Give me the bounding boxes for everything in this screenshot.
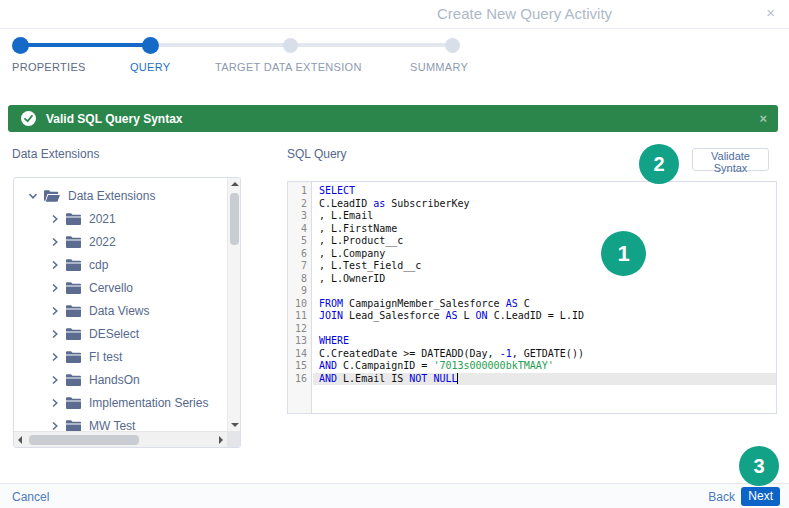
code-text: , L.Email [313,210,776,223]
back-link[interactable]: Back [708,490,735,504]
chevron-right-icon[interactable] [50,421,62,431]
code-editor-rows: 1SELECT2C.LeadID as SubscriberKey3, L.Em… [288,185,776,385]
success-banner: Valid SQL Query Syntax × [8,105,778,132]
tree-item-cervello[interactable]: Cervello [14,276,227,299]
chevron-right-icon[interactable] [50,375,62,385]
tree-item-label: 2021 [89,212,116,226]
progress-stepper: PROPERTIESQUERYTARGET DATA EXTENSIONSUMM… [0,0,789,85]
tree-item-label: MW Test [89,419,135,432]
chevron-down-icon[interactable] [28,191,40,201]
annotation-1: 1 [601,231,646,276]
line-number: 16 [288,373,313,386]
chevron-right-icon[interactable] [50,214,62,224]
tree-item-2021[interactable]: 2021 [14,207,227,230]
banner-close-icon[interactable]: × [759,111,767,126]
code-line-8[interactable]: 8, L.OwnerID [288,273,776,286]
line-number: 10 [288,298,313,311]
line-number: 1 [288,185,313,198]
code-text: , L.OwnerID [313,273,776,286]
vertical-scroll-thumb[interactable] [230,193,239,245]
code-text: C.LeadID as SubscriberKey [313,198,776,211]
step-label-properties[interactable]: PROPERTIES [12,61,86,73]
cancel-link[interactable]: Cancel [12,490,49,504]
tree-item-fi-test[interactable]: FI test [14,345,227,368]
code-text [313,285,776,298]
chevron-right-icon[interactable] [50,398,62,408]
tree-item-handson[interactable]: HandsOn [14,368,227,391]
scroll-up-arrow-icon[interactable] [231,182,239,186]
scroll-left-arrow-icon[interactable] [18,436,22,444]
folder-icon [66,374,81,386]
code-line-10[interactable]: 10FROM CampaignMember_Salesforce AS C [288,298,776,311]
chevron-right-icon[interactable] [50,329,62,339]
code-line-7[interactable]: 7, L.Test_Field__c [288,260,776,273]
tree-root[interactable]: Data Extensions [14,184,227,207]
chevron-right-icon[interactable] [50,237,62,247]
next-button[interactable]: Next [741,487,780,506]
line-number: 9 [288,285,313,298]
horizontal-scroll-thumb[interactable] [29,435,139,445]
data-extensions-label: Data Extensions [12,147,99,161]
tree-rows: Data Extensions20212022cdpCervelloData V… [14,184,227,431]
folder-icon [66,328,81,340]
chevron-right-icon[interactable] [50,283,62,293]
chevron-right-icon[interactable] [50,352,62,362]
tree-item-2022[interactable]: 2022 [14,230,227,253]
step-label-summary: SUMMARY [410,61,468,73]
chevron-right-icon[interactable] [50,260,62,270]
step-label-query[interactable]: QUERY [130,61,170,73]
tree-item-implementation-series[interactable]: Implementation Series [14,391,227,414]
tree-item-data-views[interactable]: Data Views [14,299,227,322]
step-connector [150,43,290,47]
step-dot-query[interactable] [142,37,159,54]
step-dot-properties[interactable] [12,37,29,54]
line-number: 3 [288,210,313,223]
line-number: 5 [288,235,313,248]
line-number: 14 [288,348,313,361]
tree-vertical-scrollbar[interactable] [227,178,240,431]
tree-item-label: Cervello [89,281,133,295]
code-line-13[interactable]: 13WHERE [288,335,776,348]
tree-item-label: cdp [89,258,108,272]
code-line-3[interactable]: 3, L.Email [288,210,776,223]
folder-icon [66,236,81,248]
code-line-5[interactable]: 5, L.Product__c [288,235,776,248]
code-text: WHERE [313,335,776,348]
tree-item-cdp[interactable]: cdp [14,253,227,276]
step-dot-target-data-extension [283,38,298,53]
line-number: 8 [288,273,313,286]
scroll-right-arrow-icon[interactable] [219,436,223,444]
tree-item-label: Data Extensions [68,189,155,203]
code-line-11[interactable]: 11JOIN Lead_Salesforce AS L ON C.LeadID … [288,310,776,323]
line-number: 6 [288,248,313,261]
validate-syntax-button[interactable]: Validate Syntax [692,148,769,171]
code-line-12[interactable]: 12 [288,323,776,336]
code-text: AND C.CampaignID = '7013s000000bkTMAAY' [313,360,776,373]
code-line-14[interactable]: 14C.CreatedDate >= DATEADD(Day, -1, GETD… [288,348,776,361]
sql-code-editor[interactable]: 1SELECT2C.LeadID as SubscriberKey3, L.Em… [287,181,777,414]
code-line-1[interactable]: 1SELECT [288,185,776,198]
tree-horizontal-scrollbar[interactable] [14,431,240,447]
sql-query-label: SQL Query [287,147,347,161]
chevron-right-icon[interactable] [50,306,62,316]
tree-item-mw-test[interactable]: MW Test [14,414,227,431]
scroll-down-arrow-icon[interactable] [231,423,239,427]
code-line-4[interactable]: 4, L.FirstName [288,223,776,236]
code-text: , L.Product__c [313,235,776,248]
modal-footer: Cancel Back Next [0,483,789,508]
code-line-9[interactable]: 9 [288,285,776,298]
code-line-15[interactable]: 15AND C.CampaignID = '7013s000000bkTMAAY… [288,360,776,373]
code-line-6[interactable]: 6, L.Company [288,248,776,261]
tree-item-label: FI test [89,350,122,364]
code-text: JOIN Lead_Salesforce AS L ON C.LeadID = … [313,310,776,323]
code-line-16[interactable]: 16AND L.Email IS NOT NULL [288,373,776,386]
code-text: C.CreatedDate >= DATEADD(Day, -1, GETDAT… [313,348,776,361]
tree-item-label: DESelect [89,327,139,341]
code-line-2[interactable]: 2C.LeadID as SubscriberKey [288,198,776,211]
folder-icon [66,282,81,294]
tree-item-deselect[interactable]: DESelect [14,322,227,345]
line-number: 11 [288,310,313,323]
folder-icon [66,351,81,363]
code-text: , L.Company [313,248,776,261]
code-text: AND L.Email IS NOT NULL [313,373,776,386]
